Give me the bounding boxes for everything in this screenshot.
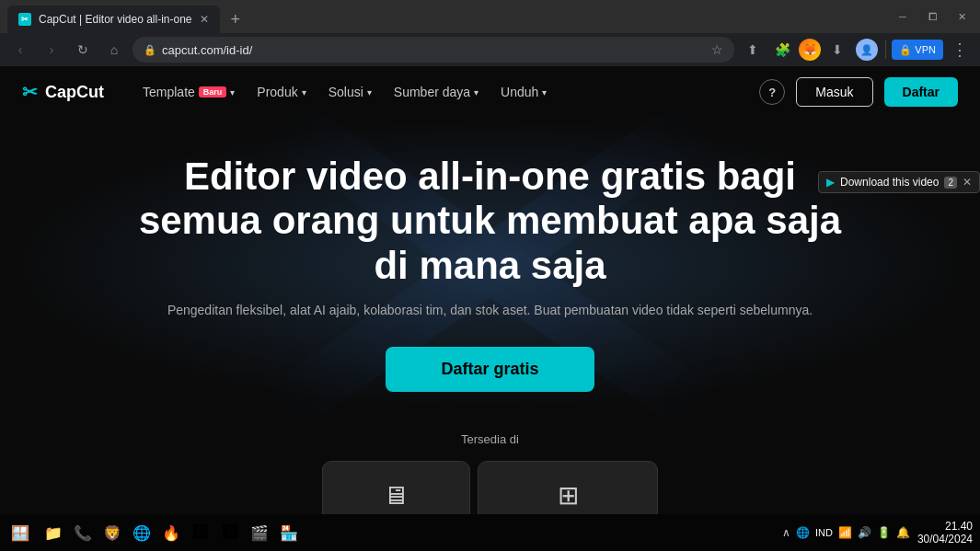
new-badge: Baru bbox=[199, 86, 227, 98]
chevron-down-icon: ▾ bbox=[230, 87, 235, 98]
wifi-icon: 📶 bbox=[838, 526, 852, 539]
platform-card-online[interactable]: 🖥 Edit video online bbox=[322, 461, 470, 514]
address-input[interactable]: 🔒 capcut.com/id-id/ ☆ bbox=[133, 37, 734, 63]
sys-tray: ∧ 🌐 IND 📶 🔊 🔋 🔔 bbox=[782, 526, 910, 539]
volume-icon[interactable]: 🔊 bbox=[858, 526, 871, 539]
download-close-button[interactable]: ✕ bbox=[963, 176, 972, 189]
active-tab[interactable]: ✂ CapCut | Editor video all-in-one ✕ bbox=[7, 6, 220, 33]
share-button[interactable]: ⬆ bbox=[740, 37, 766, 63]
download-count: 2 bbox=[944, 177, 957, 189]
play-icon: ▶ bbox=[826, 176, 835, 189]
bookmark-icon: ☆ bbox=[711, 42, 723, 57]
network-icon: 🌐 bbox=[796, 526, 810, 539]
taskbar-firefox[interactable]: 🔥 bbox=[158, 520, 184, 545]
chevron-down-icon: ▾ bbox=[474, 87, 478, 98]
tab-favicon: ✂ bbox=[18, 13, 31, 26]
download-button[interactable]: ⬇ bbox=[824, 37, 850, 63]
tab-close-button[interactable]: ✕ bbox=[200, 13, 209, 26]
site-navigation: ✂ CapCut Template Baru ▾ Produk ▾ Solusi… bbox=[0, 66, 980, 118]
forward-button[interactable]: › bbox=[39, 37, 64, 63]
window-minimize-button[interactable]: ─ bbox=[888, 4, 917, 29]
daftar-button[interactable]: Daftar bbox=[884, 77, 958, 107]
address-bar: ‹ › ↻ ⌂ 🔒 capcut.com/id-id/ ☆ ⬆ 🧩 🦊 ⬇ 👤 … bbox=[0, 33, 980, 66]
profile-button[interactable]: 👤 bbox=[854, 37, 880, 63]
hero-subtitle: Pengeditan fleksibel, alat AI ajaib, kol… bbox=[18, 303, 962, 317]
website-content: ✂ CapCut Template Baru ▾ Produk ▾ Solusi… bbox=[0, 66, 980, 514]
lang-label: IND bbox=[815, 527, 833, 538]
notification-icon[interactable]: 🔔 bbox=[896, 526, 910, 539]
start-button[interactable]: 🪟 bbox=[7, 520, 33, 545]
new-tab-button[interactable]: + bbox=[224, 6, 248, 33]
taskbar-start: 🪟 bbox=[7, 520, 33, 545]
divider bbox=[885, 40, 886, 59]
nav-items: Template Baru ▾ Produk ▾ Solusi ▾ Sumber… bbox=[133, 79, 556, 105]
logo-text: CapCut bbox=[45, 83, 104, 102]
taskbar-illustrator[interactable]: 🅰 bbox=[217, 520, 243, 545]
download-text: Download this video bbox=[840, 176, 939, 189]
clock-date: 30/04/2024 bbox=[917, 533, 973, 545]
tab-bar: ✂ CapCut | Editor video all-in-one ✕ + ─… bbox=[0, 0, 980, 33]
taskbar-icons: 📁 📞 🦁 🌐 🔥 🅿 🅰 🎬 🏪 bbox=[40, 520, 302, 545]
menu-button[interactable]: ⋮ bbox=[947, 37, 973, 63]
home-button[interactable]: ⌂ bbox=[101, 37, 127, 63]
nav-item-template[interactable]: Template Baru ▾ bbox=[133, 79, 244, 105]
nav-item-produk[interactable]: Produk ▾ bbox=[248, 79, 315, 105]
help-button[interactable]: ? bbox=[759, 79, 785, 105]
clock-area[interactable]: 21.40 30/04/2024 bbox=[917, 520, 973, 545]
nav-item-solusi[interactable]: Solusi ▾ bbox=[319, 79, 381, 105]
window-maximize-button[interactable]: ⧠ bbox=[917, 4, 947, 29]
windows-icon: ⊞ bbox=[508, 480, 628, 511]
taskbar-right: ∧ 🌐 IND 📶 🔊 🔋 🔔 21.40 30/04/2024 bbox=[782, 520, 973, 545]
taskbar-phone[interactable]: 📞 bbox=[70, 520, 96, 545]
platform-card-windows[interactable]: ⊞ Unduh untuk Windows bbox=[478, 461, 658, 514]
masuk-button[interactable]: Masuk bbox=[796, 77, 872, 107]
cta-button[interactable]: Daftar gratis bbox=[386, 347, 594, 392]
vpn-button[interactable]: 🔒 VPN bbox=[892, 40, 943, 60]
nav-item-sumber-daya[interactable]: Sumber daya ▾ bbox=[385, 79, 488, 105]
extensions-button[interactable]: 🧩 bbox=[769, 37, 795, 63]
download-video-banner[interactable]: ▶ Download this video 2 ✕ bbox=[818, 171, 980, 193]
chevron-up-icon[interactable]: ∧ bbox=[782, 526, 790, 539]
browser-chrome: ✂ CapCut | Editor video all-in-one ✕ + ─… bbox=[0, 0, 980, 66]
taskbar-store[interactable]: 🏪 bbox=[276, 520, 302, 545]
lock-icon: 🔒 bbox=[144, 44, 156, 56]
firefox-icon: 🦊 bbox=[799, 39, 821, 61]
url-text: capcut.com/id-id/ bbox=[162, 43, 252, 57]
logo[interactable]: ✂ CapCut bbox=[22, 81, 104, 103]
chevron-down-icon: ▾ bbox=[302, 87, 306, 98]
toolbar-right: ⬆ 🧩 🦊 ⬇ 👤 🔒 VPN ⋮ bbox=[740, 37, 973, 63]
nav-item-unduh[interactable]: Unduh ▾ bbox=[491, 79, 556, 105]
monitor-icon: 🖥 bbox=[352, 480, 440, 511]
reload-button[interactable]: ↻ bbox=[70, 37, 96, 63]
taskbar-photoshop[interactable]: 🅿 bbox=[188, 520, 213, 545]
profile-avatar: 👤 bbox=[856, 39, 878, 61]
tab-title: CapCut | Editor video all-in-one bbox=[39, 13, 192, 26]
clock-time: 21.40 bbox=[917, 520, 973, 533]
chevron-down-icon: ▾ bbox=[367, 87, 372, 98]
taskbar-explorer[interactable]: 📁 bbox=[40, 520, 66, 545]
logo-icon: ✂ bbox=[22, 81, 38, 103]
taskbar-chrome[interactable]: 🌐 bbox=[129, 520, 155, 545]
hero-section: Editor video all-in-one gratis bagi semu… bbox=[0, 118, 980, 410]
platform-cards: 🖥 Edit video online ⊞ Unduh untuk Window… bbox=[0, 461, 980, 514]
window-close-button[interactable]: ✕ bbox=[947, 4, 976, 29]
window-controls: ─ ⧠ ✕ bbox=[888, 0, 980, 33]
nav-right: ? Masuk Daftar bbox=[759, 77, 958, 107]
chevron-down-icon: ▾ bbox=[542, 87, 547, 98]
taskbar: 🪟 📁 📞 🦁 🌐 🔥 🅿 🅰 🎬 🏪 ∧ 🌐 IND 📶 🔊 🔋 🔔 21.4… bbox=[0, 514, 980, 551]
taskbar-media[interactable]: 🎬 bbox=[247, 520, 272, 545]
taskbar-brave[interactable]: 🦁 bbox=[99, 520, 125, 545]
battery-icon: 🔋 bbox=[877, 526, 891, 539]
hero-title: Editor video all-in-one gratis bagi semu… bbox=[122, 155, 859, 288]
back-button[interactable]: ‹ bbox=[7, 37, 33, 63]
